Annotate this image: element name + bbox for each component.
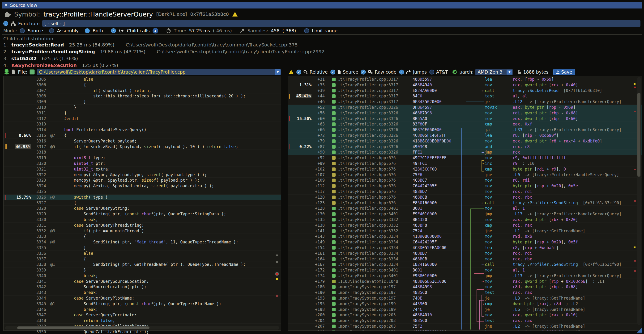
assembly-line[interactable]: +72…t\TracyProfiler.cpp:33264C8D05F146F2…	[288, 133, 642, 139]
assembly-line[interactable]: +92…t\TracyProfiler.hpp:67649C7C1FFFFFFF…	[288, 155, 642, 161]
source-line[interactable]: 3309 }	[4, 99, 281, 105]
source-line[interactable]: 3338@1 SendString( ptr, GetThreadName( p…	[4, 262, 281, 268]
uarch-select[interactable]: AMD Zen 3 ▼	[476, 69, 513, 75]
assembly-line[interactable]: +179…1103\include\atomic:1048488B05B63C1…	[288, 279, 642, 285]
relative-checkbox[interactable]: ✓	[296, 70, 301, 75]
source-line[interactable]: 3308 std::this_thread::sleep_for( std::c…	[4, 93, 281, 99]
source-hscrollbar[interactable]	[5, 326, 279, 330]
source-line[interactable]: 3306 {	[4, 82, 281, 88]
function-select[interactable]: [ - self - ]	[42, 20, 640, 27]
mode-both-label[interactable]: Both	[92, 28, 103, 33]
source-line[interactable]: 3328 case ServerQueryString:	[4, 206, 281, 211]
assembly-line[interactable]: +190…mon\TracySystem.cpp:1974885C0testra…	[288, 290, 642, 296]
source-line[interactable]: 3343 break;	[4, 290, 281, 296]
raw-code-checkbox[interactable]: ✓	[361, 70, 366, 75]
assembly-line[interactable]: +120…t\TracyProfiler.hpp:676488BCBmovrcx…	[288, 195, 642, 200]
source-line[interactable]: 3344 case ServerQueryPlotName:	[4, 296, 281, 301]
assembly-line[interactable]: +174…t\TracyProfiler.cpp:3401E9B8010000j…	[288, 273, 642, 279]
mode-radio-assembly[interactable]	[49, 28, 54, 33]
source-line[interactable]: 3336 else	[4, 251, 281, 256]
source-line[interactable]: 3350 QueueCallstackFrame( ptr );	[4, 329, 281, 334]
assembly-line[interactable]: +109…t\TracyProfiler.hpp:6764C8BC7movr8,…	[288, 178, 642, 183]
source-line[interactable]: 3339 }	[4, 268, 281, 273]
child-call-item[interactable]: 1.tracy::Socket::Read25.25 ms (54.89%)C:…	[3, 42, 298, 48]
source-line[interactable]: 3318	[4, 150, 281, 155]
source-line[interactable]: 15.79%3326@9 switch( type )	[4, 195, 281, 200]
uarch-select-arrow-icon[interactable]: ▼	[506, 70, 512, 75]
source-line[interactable]: 3311}	[4, 110, 281, 116]
assembly-line[interactable]: 0.22%+87…t\TracyProfiler.cpp:33264903C8a…	[288, 144, 642, 150]
source-line[interactable]: 3329 SendString( ptr, (const char*)ptr, …	[4, 211, 281, 217]
assembly-line[interactable]: +79…t\TracyProfiler.cpp:3326418B8C80E0BF…	[288, 139, 642, 144]
child-call-item[interactable]: 4.KeSynchronizeExecution125 μs (0.27%)	[3, 62, 118, 68]
source-hscrollbar-thumb[interactable]	[17, 327, 150, 329]
assembly-line[interactable]: +149…t\TracyProfiler.cpp:3334C64424205Fm…	[288, 239, 642, 245]
assembly-line[interactable]: +66…t\TracyProfiler.cpp:33260F87CE060000…	[288, 127, 642, 133]
collapse-triangle-icon[interactable]: ▼	[5, 3, 7, 7]
child-calls-checkbox[interactable]: ✓	[111, 28, 116, 33]
child-call-item[interactable]: 2.tracy::Profiler::SendLongString19.88 m…	[3, 49, 324, 54]
assembly-line[interactable]: +102…t\TracyProfiler.hpp:67642803C0F00cm…	[288, 167, 642, 172]
assembly-line[interactable]: +195…mon\TracySystem.cpp:199443900→cmpdw…	[288, 301, 642, 307]
source-line[interactable]: 3313	[4, 122, 281, 127]
source-line[interactable]: 3305 else	[4, 77, 281, 82]
source-line[interactable]: 3312#endif	[4, 116, 281, 122]
raw-code-label[interactable]: Raw code	[375, 69, 396, 75]
save-button[interactable]: Save	[553, 69, 575, 75]
assembly-line[interactable]: +117…t\TracyProfiler.hpp:676488BD7movrdx…	[288, 189, 642, 195]
assembly-line[interactable]: +63…t\TracyProfiler.cpp:332683F80Fcmpeax…	[288, 122, 642, 127]
jumps-checkbox[interactable]: ✓	[399, 70, 404, 75]
source-line[interactable]: 3337 {	[4, 256, 281, 262]
assembly-line[interactable]: +99…t\TracyProfiler.hpp:67649FFC1→incr9 …	[288, 161, 642, 167]
source-line[interactable]: 3335 }	[4, 245, 281, 251]
file-select[interactable]: C:\Users\wolf\Desktop\darkrl\contrib\tra…	[37, 69, 281, 75]
source-line[interactable]: 3334@6 SendString( ptr, "Main thread", 1…	[4, 239, 281, 245]
source-line[interactable]: 3330 break;	[4, 217, 281, 223]
source-line[interactable]: 0.66%3315@7{	[4, 133, 281, 139]
assembly-line[interactable]: +193…mon\TracySystem.cpp:197740Eje.L3 ->…	[288, 296, 642, 301]
assembly-line[interactable]: +204…mon\TracySystem.cpp:2034885C0testra…	[288, 318, 642, 324]
assembly-line[interactable]: +128…t\TracyProfiler.cpp:3401B001moval, …	[288, 206, 642, 211]
source-line[interactable]: 3320 uint64_t ptr;	[4, 161, 281, 167]
assembly-vscrollbar-thumb[interactable]	[638, 93, 640, 177]
mode-radio-both[interactable]	[85, 28, 90, 33]
source-line[interactable]: 3346 break;	[4, 307, 281, 313]
att-label[interactable]: AT&T	[436, 69, 448, 75]
assembly-line[interactable]: +198…mon\TracySystem.cpp:199744Cje.L6 ->…	[288, 307, 642, 313]
source-line[interactable]: 3316 ServerQueryPacket payload;	[4, 139, 281, 144]
assembly-line[interactable]: +186…mon\TracySystem.cpp:197448B4598movr…	[288, 284, 642, 290]
limit-range-checkbox[interactable]	[304, 28, 309, 33]
limit-range-label[interactable]: Limit range	[312, 28, 338, 33]
assembly-line[interactable]: +143…t\TracyProfiler.cpp:333441B90B00000…	[288, 234, 642, 239]
assembly-line[interactable]: +161…t\TracyProfiler.cpp:3334488BD7movrd…	[288, 251, 642, 256]
source-line[interactable]: 3314bool Profiler::HandleServerQuery()	[4, 127, 281, 133]
source-vscrollbar[interactable]	[275, 77, 279, 324]
att-radio[interactable]	[429, 70, 434, 75]
assembly-line[interactable]: 45.41%+44…t\TracyProfiler.cpp:331784C0te…	[288, 93, 642, 99]
source-line[interactable]: 3310 }	[4, 105, 281, 110]
source-line[interactable]: 46.93%3317@5 if( !m_sock->Read( &payload…	[4, 144, 281, 150]
mode-source-label[interactable]: Source	[28, 28, 43, 33]
source-line[interactable]: 3323 memcpy( &ptr, &payload.ptr, sizeof(…	[4, 178, 281, 183]
child-calls-label[interactable]: Child calls	[127, 28, 150, 33]
source-line[interactable]: 3332@3 if( ptr == m_mainThread )	[4, 228, 281, 234]
assembly-line[interactable]: +141…t\TracyProfiler.cpp:33327524jne.L1 …	[288, 228, 642, 234]
source-line[interactable]: 3322 memcpy( &type, &payload.type, sizeo…	[4, 172, 281, 178]
child-call-item[interactable]: 3.stat64i32625 μs (1.36%)	[3, 56, 78, 61]
assembly-line[interactable]: +167…t\TracyProfiler.cpp:3334E824160000←…	[288, 262, 642, 268]
jumps-label[interactable]: Jumps	[413, 69, 427, 75]
assembly-line[interactable]: +46…t\TracyProfiler.cpp:33170F8435020000…	[288, 99, 642, 105]
source-line[interactable]: 3307 if( shouldExit ) return;	[4, 88, 281, 94]
source-line[interactable]: 3325	[4, 189, 281, 195]
assembly-line[interactable]: +130…t\TracyProfiler.cpp:3401E9E4010000j…	[288, 211, 642, 217]
source-line[interactable]: 3327 {	[4, 200, 281, 206]
assembly-line[interactable]: +39…t\TracyProfiler.cpp:3317E824AA0000←c…	[288, 88, 642, 94]
assembly-line[interactable]: 15.50%+60…t\TracyProfiler.cpp:33268B55A0…	[288, 116, 642, 122]
source-line[interactable]: 3340 break;	[4, 273, 281, 279]
assembly-line[interactable]: +135…t\TracyProfiler.cpp:33328B4320movea…	[288, 217, 642, 223]
assembly-line[interactable]: +90…t\TracyProfiler.cpp:3326FFE1←jmprcx	[288, 150, 642, 155]
source-line[interactable]: 3348 return false;	[4, 318, 281, 324]
source-checkbox-label[interactable]: Source	[343, 69, 358, 75]
source-line[interactable]: 3319 uint8_t type;	[4, 155, 281, 161]
source-line[interactable]: 3341 case ServerQuerySourceLocation:	[4, 279, 281, 285]
